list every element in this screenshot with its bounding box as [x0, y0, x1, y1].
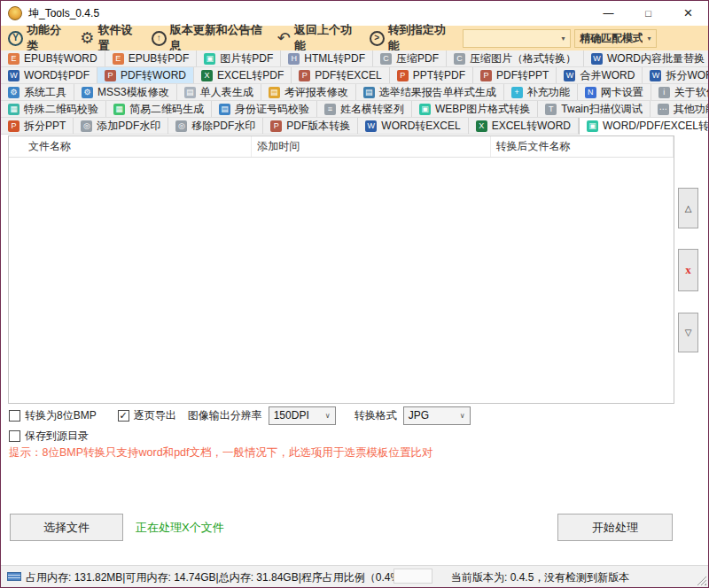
tab[interactable]: ▦特殊二维码校验 — [1, 101, 106, 117]
tab[interactable]: ⚙MSS3模板修改 — [74, 84, 177, 100]
excel-icon: X — [201, 70, 213, 81]
tab[interactable]: WWORD转PDF — [1, 67, 97, 83]
settings-button[interactable]: ⚙ 软件设置 — [80, 22, 139, 54]
word-icon: W — [365, 120, 377, 132]
goto-button[interactable]: > 转到指定功能 — [370, 22, 452, 54]
settings-gear-icon: ⚙ — [80, 30, 94, 46]
tab[interactable]: HHTML转PDF — [281, 50, 373, 66]
tab[interactable]: +补充功能 — [504, 84, 578, 100]
tab[interactable]: EEPUB转WORD — [1, 50, 105, 66]
column-header-1[interactable]: 文件名称 — [9, 136, 252, 157]
start-button[interactable]: 开始处理 — [557, 514, 673, 541]
match-mode-dropdown[interactable]: 精确匹配模式 ▾ — [574, 29, 657, 48]
tab[interactable]: ▣WORD/PDF/EXCEL转图片 — [579, 118, 709, 135]
update-label: 版本更新和公告信息 — [170, 22, 266, 54]
tab[interactable]: W合并WORD — [557, 67, 643, 83]
move-up-button[interactable]: △ — [678, 188, 698, 228]
bmp-checkbox[interactable]: 转换为8位BMP — [9, 408, 97, 423]
tab[interactable]: ▤选举结果报告单样式生成 — [356, 84, 504, 100]
tab-label: WEBP图片格式转换 — [435, 102, 530, 117]
content-panel: 文件名称添加时间转换后文件名称 △ x ▽ 转换为8位BMP ✓ 逐页导出 图像… — [1, 135, 708, 565]
tab[interactable]: PPDF转WORD — [97, 67, 194, 83]
tab-label: EPUB转PDF — [129, 51, 190, 66]
select-files-button[interactable]: 选择文件 — [10, 514, 123, 541]
down-triangle-icon: ▽ — [685, 328, 692, 337]
memory-icon — [7, 572, 21, 581]
tab-strip: EEPUB转WORDEEPUB转PDF▣图片转PDFHHTML转PDFC压缩PD… — [1, 50, 708, 135]
tab[interactable]: ▣WEBP图片格式转换 — [412, 101, 538, 117]
tab[interactable]: W拆分WORD — [643, 67, 709, 83]
app-window: 坤_Tools_0.4.5 — □ × Y 功能分类 ⚙ 软件设置 ↑ 版本更新… — [0, 0, 709, 588]
tab[interactable]: PPDF版本转换 — [263, 118, 358, 134]
tab[interactable]: ≡姓名横转竖列 — [317, 101, 412, 117]
info-icon: i — [658, 87, 670, 98]
tab[interactable]: PPDF转PPT — [473, 67, 557, 83]
tab[interactable]: i关于软件 — [651, 84, 709, 100]
resolution-value: 150DPI — [269, 409, 321, 422]
tab[interactable]: ▤身份证号码校验 — [212, 101, 317, 117]
ppt-icon: P — [397, 70, 409, 81]
tab[interactable]: ◎添加PDF水印 — [74, 118, 168, 134]
tab-label: WORD内容批量替换 — [607, 51, 705, 66]
tab-row: ⚙系统工具⚙MSS3模板修改▤单人表生成▤考评报表修改▤选举结果报告单样式生成+… — [1, 84, 708, 101]
tab[interactable]: N网卡设置 — [578, 84, 651, 100]
tab[interactable]: ▣图片转PDF — [197, 50, 281, 66]
tab-label: 单人表生成 — [200, 85, 253, 100]
function-search-combobox[interactable]: ▾ — [463, 29, 571, 48]
tab[interactable]: C压缩PDF — [373, 50, 447, 66]
tab-label: WORD/PDF/EXCEL转图片 — [603, 119, 709, 134]
checkbox-unchecked-icon — [9, 430, 20, 442]
chevron-down-icon: ▾ — [557, 35, 570, 43]
column-header-2[interactable]: 添加时间 — [252, 136, 490, 157]
tab[interactable]: ⚙系统工具 — [1, 84, 74, 100]
tab[interactable]: C压缩图片（格式转换） — [447, 50, 584, 66]
tab-label: PDF转WORD — [121, 68, 186, 83]
remove-file-button[interactable]: x — [678, 249, 698, 291]
tab[interactable]: PPPT转PDF — [390, 67, 473, 83]
word-icon: W — [650, 70, 661, 81]
memory-status: 占用内存: 131.82MB|可用内存: 14.74GB|总内存: 31.84G… — [26, 570, 410, 585]
tab[interactable]: EEPUB转PDF — [105, 50, 198, 66]
maximize-button[interactable]: □ — [628, 1, 668, 26]
tab[interactable]: ◎移除PDF水印 — [168, 118, 263, 134]
minimize-button[interactable]: — — [588, 1, 628, 26]
per-page-checkbox[interactable]: ✓ 逐页导出 — [118, 408, 176, 423]
tab[interactable]: PPDF转EXCEL — [292, 67, 389, 83]
column-header-3[interactable]: 转换后文件名称 — [491, 136, 674, 157]
resolution-dropdown[interactable]: 150DPI ∨ — [269, 406, 336, 425]
network-icon: N — [585, 87, 596, 98]
maximize-icon: □ — [645, 8, 651, 19]
table-body[interactable] — [9, 158, 674, 404]
watermark-remove-icon: ◎ — [175, 120, 187, 132]
tab[interactable]: ▦简易二维码生成 — [106, 101, 212, 117]
update-button[interactable]: ↑ 版本更新和公告信息 — [152, 22, 266, 54]
close-button[interactable]: × — [668, 1, 708, 26]
back-button[interactable]: ↶ 返回上个功能 — [277, 22, 358, 54]
move-down-button[interactable]: ▽ — [678, 313, 698, 352]
tab[interactable]: ▤单人表生成 — [177, 84, 261, 100]
more-functions-icon: ⋯ — [658, 104, 669, 115]
format-value: JPG — [404, 409, 456, 422]
tab-label: EXCEL转PDF — [217, 68, 284, 83]
name-transpose-icon: ≡ — [324, 104, 336, 115]
tab[interactable]: WWORD转EXCEL — [358, 118, 468, 134]
tab[interactable]: TTwain扫描仪调试 — [538, 101, 650, 117]
tab-label: 特殊二维码校验 — [24, 102, 98, 117]
tab-label: PPT转PDF — [413, 68, 465, 83]
tab-label: 压缩图片（格式转换） — [470, 51, 576, 66]
format-dropdown[interactable]: JPG ∨ — [403, 406, 471, 425]
tab[interactable]: XEXCEL转WORD — [469, 118, 579, 134]
tab[interactable]: P拆分PPT — [1, 118, 74, 134]
category-label: 功能分类 — [27, 22, 68, 54]
resize-grip[interactable] — [697, 576, 706, 585]
tab[interactable]: XEXCEL转PDF — [194, 67, 292, 83]
status-progress-panel — [393, 569, 432, 584]
tab[interactable]: ⋯其他功能 — [651, 101, 709, 117]
tab-row: ▦特殊二维码校验▦简易二维码生成▤身份证号码校验≡姓名横转竖列▣WEBP图片格式… — [1, 101, 708, 118]
save-source-checkbox[interactable]: 保存到源目录 — [9, 429, 89, 444]
tab[interactable]: WWORD内容批量替换 — [584, 50, 709, 66]
tab-label: 选举结果报告单样式生成 — [379, 85, 496, 100]
update-icon: ↑ — [152, 31, 167, 46]
category-button[interactable]: Y 功能分类 — [8, 22, 68, 54]
tab[interactable]: ▤考评报表修改 — [261, 84, 356, 100]
